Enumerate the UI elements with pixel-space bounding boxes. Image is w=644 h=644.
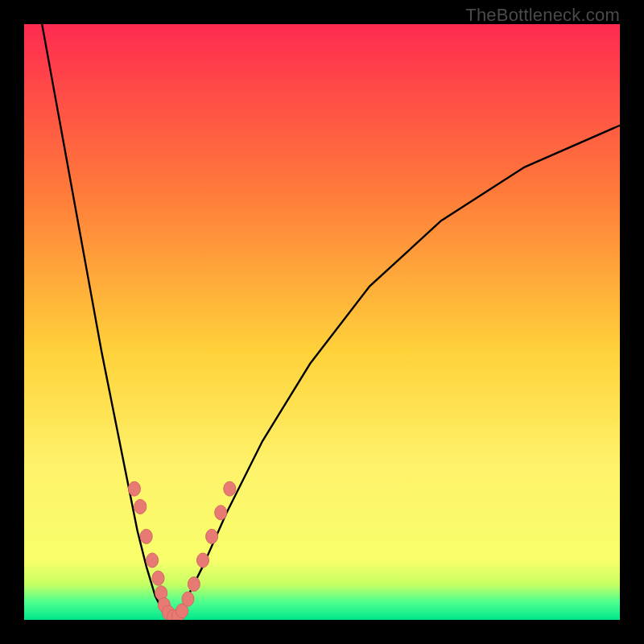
data-marker: [197, 553, 209, 568]
plot-area: [24, 24, 620, 620]
data-marker: [134, 499, 147, 514]
data-marker: [224, 481, 236, 496]
data-marker: [128, 481, 140, 496]
data-markers: [128, 481, 235, 620]
curve-layer: [24, 24, 620, 620]
data-marker: [182, 592, 194, 606]
data-marker: [152, 571, 164, 585]
data-marker: [215, 506, 227, 520]
chart-frame: TheBottleneck.com: [0, 0, 644, 644]
data-marker: [188, 577, 200, 592]
data-marker: [140, 529, 152, 543]
curve-right-branch: [173, 126, 620, 620]
data-marker: [206, 529, 218, 543]
curve-left-branch: [42, 24, 173, 620]
watermark-text: TheBottleneck.com: [465, 5, 620, 26]
data-marker: [147, 553, 159, 568]
